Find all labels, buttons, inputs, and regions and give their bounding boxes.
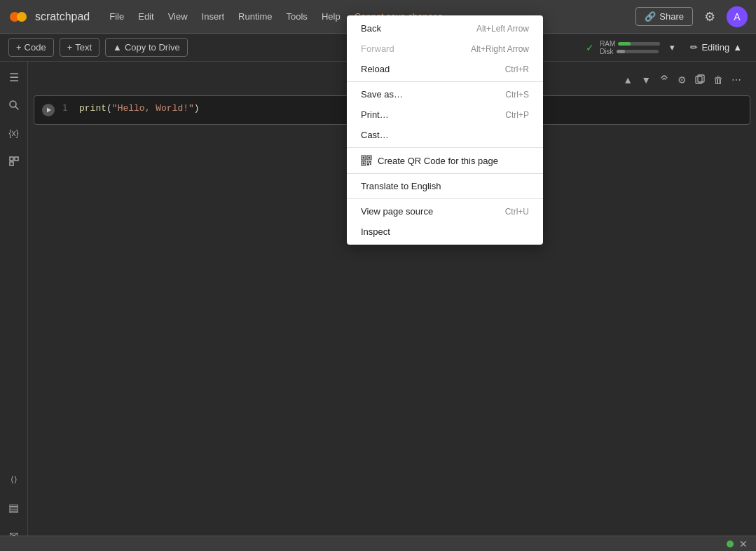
sidebar-icon-search[interactable]: [4, 95, 24, 115]
reload-shortcut: Ctrl+R: [505, 64, 529, 74]
line-number: 1: [62, 102, 74, 113]
toolbar-right: ✓ RAM Disk ▾ ✏ Editing ▲: [586, 39, 748, 55]
ram-disk-info: RAM Disk: [600, 40, 660, 55]
back-shortcut: Alt+Left Arrow: [476, 24, 529, 34]
context-menu-inspect[interactable]: Inspect: [347, 222, 543, 242]
svg-rect-19: [367, 163, 369, 165]
ram-label: RAM: [600, 40, 615, 48]
code-content[interactable]: print("Hello, World!"): [79, 102, 200, 116]
share-button[interactable]: 🔗 Share: [635, 7, 693, 26]
code-open-paren: (: [106, 103, 112, 114]
share-link-icon: 🔗: [645, 11, 656, 22]
sidebar-icon-code[interactable]: ⟨⟩: [4, 470, 24, 489]
divider-1: [347, 81, 543, 82]
cast-label: Cast…: [361, 130, 389, 140]
ram-progress-fill: [618, 42, 631, 46]
status-dot: [727, 540, 734, 547]
save-as-label: Save as…: [361, 89, 403, 100]
disk-label: Disk: [600, 48, 613, 55]
close-icon[interactable]: ✕: [739, 538, 748, 550]
context-menu-reload[interactable]: Reload Ctrl+R: [347, 59, 543, 79]
disk-progress-fill: [617, 50, 625, 53]
editing-label: Editing: [701, 42, 729, 53]
expand-ram-button[interactable]: ▾: [666, 39, 679, 55]
menu-tools[interactable]: Tools: [281, 8, 313, 25]
code-function: print: [79, 103, 106, 114]
add-text-label: Text: [75, 42, 92, 53]
context-menu-qr-code[interactable]: Create QR Code for this page: [347, 150, 543, 171]
context-menu-print[interactable]: Print… Ctrl+P: [347, 104, 543, 125]
run-cell-button[interactable]: [40, 102, 57, 118]
share-label: Share: [659, 11, 684, 22]
qr-code-label: Create QR Code for this page: [378, 156, 498, 166]
plus-code-icon: +: [16, 42, 22, 53]
move-up-button[interactable]: ▲: [619, 72, 636, 88]
menu-insert[interactable]: Insert: [196, 8, 231, 25]
svg-rect-16: [363, 163, 365, 165]
save-as-shortcut: Ctrl+S: [505, 90, 529, 100]
sidebar-icon-sections[interactable]: [4, 151, 24, 171]
code-string: "Hello, World!": [112, 103, 194, 114]
copy-drive-label: Copy to Drive: [125, 42, 180, 53]
context-menu-back[interactable]: Back Alt+Left Arrow: [347, 18, 543, 39]
forward-label: Forward: [361, 43, 394, 54]
sidebar-icon-terminal[interactable]: ▤: [4, 498, 24, 517]
svg-point-1: [17, 12, 27, 22]
svg-line-3: [15, 107, 18, 109]
divider-2: [347, 147, 543, 148]
cell-toolbar: ▲ ▼ ⚙ 🗑 ⋯: [614, 67, 750, 93]
view-source-shortcut: Ctrl+U: [505, 207, 529, 217]
cell-settings-button[interactable]: ⚙: [674, 72, 690, 88]
divider-4: [347, 198, 543, 199]
sidebar-icon-variables[interactable]: {x}: [4, 123, 24, 143]
check-icon: ✓: [586, 42, 594, 53]
menu-file[interactable]: File: [104, 8, 130, 25]
svg-rect-5: [15, 157, 18, 161]
svg-rect-18: [369, 161, 371, 163]
delete-cell-button[interactable]: 🗑: [710, 72, 727, 88]
left-sidebar: ☰ {x} ⟨⟩ ▤ ✉: [0, 62, 28, 551]
print-shortcut: Ctrl+P: [505, 110, 529, 120]
back-label: Back: [361, 23, 381, 34]
sidebar-icon-menu[interactable]: ☰: [4, 67, 24, 87]
editing-button[interactable]: ✏ Editing ▲: [685, 39, 748, 55]
context-menu-save-as[interactable]: Save as… Ctrl+S: [347, 84, 543, 104]
menu-help[interactable]: Help: [316, 8, 346, 25]
context-menu-forward: Forward Alt+Right Arrow: [347, 39, 543, 59]
add-text-button[interactable]: + Text: [60, 38, 99, 57]
menu-edit[interactable]: Edit: [132, 8, 159, 25]
translate-label: Translate to English: [361, 181, 441, 191]
context-menu-cast[interactable]: Cast…: [347, 125, 543, 145]
top-right-actions: 🔗 Share ⚙ A: [635, 6, 748, 27]
svg-rect-14: [369, 157, 371, 159]
print-label: Print…: [361, 109, 389, 120]
more-cell-options-button[interactable]: ⋯: [728, 72, 745, 88]
qr-icon: [361, 155, 372, 166]
add-code-button[interactable]: + Code: [8, 38, 54, 57]
drive-icon: ▲: [113, 42, 122, 53]
settings-button[interactable]: ⚙: [701, 6, 718, 27]
app-title: scratchpad: [35, 11, 90, 23]
svg-rect-17: [367, 161, 369, 163]
forward-shortcut: Alt+Right Arrow: [471, 44, 529, 54]
svg-rect-12: [363, 157, 365, 159]
context-menu-view-source[interactable]: View page source Ctrl+U: [347, 201, 543, 222]
menu-view[interactable]: View: [163, 8, 193, 25]
menu-runtime[interactable]: Runtime: [233, 8, 277, 25]
context-menu-translate[interactable]: Translate to English: [347, 176, 543, 196]
pencil-icon: ✏: [690, 42, 698, 53]
copy-cell-button[interactable]: [692, 72, 708, 88]
svg-rect-4: [10, 157, 13, 161]
user-avatar[interactable]: A: [727, 6, 748, 27]
svg-rect-20: [370, 163, 371, 165]
context-menu: Back Alt+Left Arrow Forward Alt+Right Ar…: [347, 15, 543, 245]
move-down-button[interactable]: ▼: [638, 72, 654, 88]
link-cell-button[interactable]: [656, 72, 673, 88]
plus-text-icon: +: [67, 42, 73, 53]
inspect-label: Inspect: [361, 226, 390, 237]
code-close-paren: ): [194, 103, 200, 114]
copy-to-drive-button[interactable]: ▲ Copy to Drive: [105, 38, 188, 57]
divider-3: [347, 173, 543, 174]
chevron-up-icon: ▲: [733, 42, 742, 53]
app-logo: [8, 7, 28, 27]
